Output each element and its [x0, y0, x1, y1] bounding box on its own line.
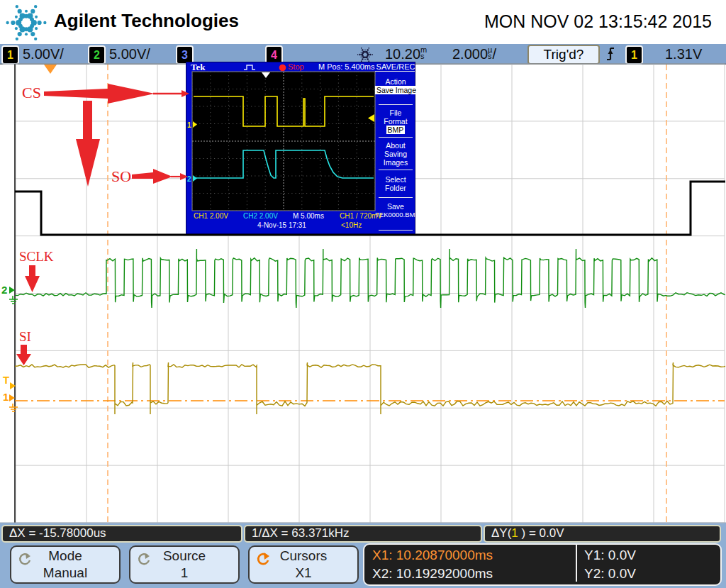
tek-ch2-marker: 2 [187, 175, 191, 183]
tek-mpos-readout: M Pos: 5.400ms [318, 62, 374, 71]
so-label: SO [111, 167, 131, 186]
oscilloscope-screen: { "header": { "brand": "Agilent Technolo… [0, 0, 726, 588]
trigger-position-marker [44, 65, 57, 74]
tek-ch1-marker: 1 [187, 121, 191, 129]
tek-menu-action: Action [375, 77, 416, 86]
channel-1-ground-marker: 1 [3, 392, 9, 402]
trigger-marker-icon [9, 382, 19, 392]
tek-menu-save: Save [375, 202, 416, 211]
tek-menu-save-image: Save Image [375, 86, 416, 94]
tek-menu-title: SAVE/REC [375, 62, 416, 71]
tek-menu-saving: Saving [375, 150, 416, 158]
tek-stop-icon [279, 64, 286, 72]
sclk-label: SCLK [19, 249, 54, 265]
tek-trigger-freq: <10Hz [341, 221, 362, 229]
tek-menu-images: Images [375, 158, 416, 167]
tek-stop-label: Stop [288, 62, 304, 71]
tek-menu-select: Select [375, 175, 416, 184]
tek-trigger-readout: CH1 / 720mV [340, 212, 382, 220]
trigger-time-marker: T [3, 375, 9, 385]
tek-ch2-scale: CH2 2.00V [243, 212, 278, 220]
tek-ch1-scale: CH1 2.00V [194, 212, 228, 220]
cs-label: CS [22, 84, 41, 102]
tek-menu-format: Format [375, 117, 416, 126]
tek-scope-screenshot: 12 Tek Stop M Pos: 5.400ms SAVE/REC Acti… [186, 62, 415, 234]
tek-header: Tek Stop M Pos: 5.400ms SAVE/REC [186, 62, 415, 72]
tek-date: 4-Nov-15 17:31 [257, 221, 306, 229]
channel-1-marker-icon [9, 392, 27, 415]
channel-2-marker-icon [9, 284, 27, 306]
tek-menu-bmp: BMP [375, 126, 416, 134]
channel-2-ground-marker: 2 [1, 285, 7, 295]
tek-logo: Tek [191, 62, 205, 73]
tek-menu-folder: Folder [375, 184, 416, 192]
tek-menu-file: File [375, 109, 416, 117]
tek-menu-about: About [375, 141, 416, 150]
si-label: SI [19, 329, 31, 345]
tek-acquire-icon [243, 64, 259, 71]
tek-timebase: M 5.00ms [293, 212, 324, 220]
